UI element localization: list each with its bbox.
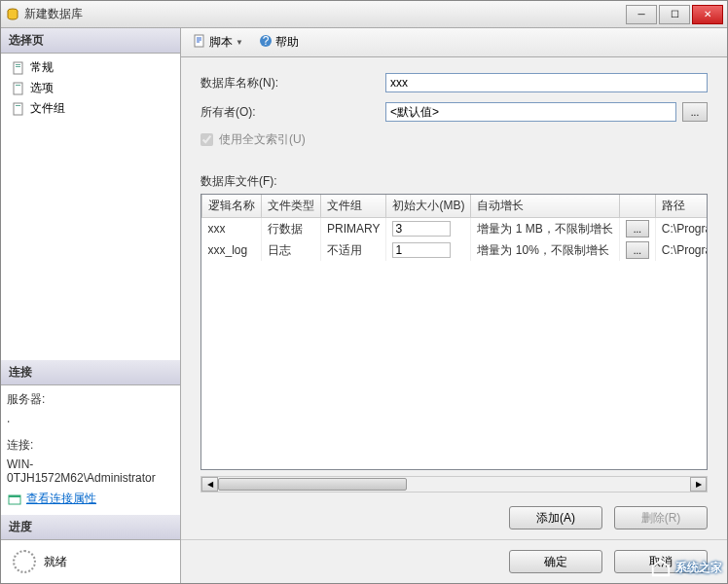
view-connection-properties[interactable]: 查看连接属性 xyxy=(7,487,174,511)
script-button[interactable]: 脚本 ▼ xyxy=(187,32,249,53)
maximize-button[interactable]: ☐ xyxy=(659,5,690,24)
connection-value: WIN-0TJH1572M62\Administrator xyxy=(7,456,174,487)
growth-ellipsis-button[interactable]: ... xyxy=(626,241,649,259)
svg-rect-4 xyxy=(14,83,22,94)
cell-growth-btn[interactable]: ... xyxy=(619,218,655,240)
col-path[interactable]: 路径 xyxy=(655,195,708,218)
scroll-track[interactable] xyxy=(218,477,690,492)
sidebar-item-options[interactable]: 选项 xyxy=(7,78,174,98)
page-icon xyxy=(11,60,26,76)
close-button[interactable]: ✕ xyxy=(692,5,723,24)
svg-rect-5 xyxy=(16,85,20,86)
connection-body: 服务器: . 连接: WIN-0TJH1572M62\Administrator… xyxy=(1,385,180,515)
window-buttons: ─ ☐ ✕ xyxy=(626,5,723,24)
progress-header: 进度 xyxy=(1,515,180,540)
sidebar: 选择页 常规 选项 文件组 连接 服务器: . xyxy=(1,28,181,583)
fulltext-checkbox xyxy=(200,133,213,146)
cell-type[interactable]: 日志 xyxy=(262,239,321,261)
svg-text:?: ? xyxy=(263,34,270,48)
select-page-body: 常规 选项 文件组 xyxy=(1,54,180,123)
col-growth-btn[interactable] xyxy=(619,195,655,218)
dialog-window: 新建数据库 ─ ☐ ✕ 选择页 常规 选项 文件组 xyxy=(0,0,728,584)
db-name-input[interactable] xyxy=(385,73,708,92)
db-name-label: 数据库名称(N): xyxy=(200,75,385,91)
cell-type[interactable]: 行数据 xyxy=(262,218,321,240)
horizontal-scrollbar[interactable]: ◀ ▶ xyxy=(200,476,708,493)
connection-label: 连接: xyxy=(7,435,174,456)
sidebar-item-label: 文件组 xyxy=(30,100,65,117)
col-filegroup[interactable]: 文件组 xyxy=(321,195,386,218)
titlebar[interactable]: 新建数据库 ─ ☐ ✕ xyxy=(1,1,727,28)
connection-header: 连接 xyxy=(1,360,180,385)
properties-icon xyxy=(7,492,22,507)
help-icon: ? xyxy=(259,34,273,51)
cell-size[interactable] xyxy=(386,239,471,261)
grid-header-row: 逻辑名称 文件类型 文件组 初始大小(MB) 自动增长 路径 xyxy=(202,195,709,218)
owner-browse-button[interactable]: ... xyxy=(682,102,708,122)
form-area: 数据库名称(N): 所有者(O): ... 使用全文索引(U) xyxy=(181,57,727,165)
db-files-label: 数据库文件(F): xyxy=(181,165,727,194)
add-button[interactable]: 添加(A) xyxy=(509,506,602,529)
toolbar: 脚本 ▼ ? 帮助 xyxy=(181,28,727,57)
view-connection-link[interactable]: 查看连接属性 xyxy=(26,491,96,507)
file-buttons: 添加(A) 删除(R) xyxy=(181,500,727,535)
progress-status: 就绪 xyxy=(44,554,67,570)
cell-group[interactable]: PRIMARY xyxy=(321,218,386,240)
page-icon xyxy=(11,81,26,96)
files-grid[interactable]: 逻辑名称 文件类型 文件组 初始大小(MB) 自动增长 路径 xxx行数据PRI… xyxy=(200,194,708,470)
chevron-down-icon: ▼ xyxy=(236,38,243,47)
script-icon xyxy=(193,34,206,51)
select-page-header: 选择页 xyxy=(1,28,180,54)
cell-name[interactable]: xxx xyxy=(202,218,262,240)
growth-ellipsis-button[interactable]: ... xyxy=(626,220,649,237)
cell-growth[interactable]: 增量为 1 MB，不限制增长 xyxy=(471,218,619,240)
scroll-thumb[interactable] xyxy=(218,478,407,491)
cell-path[interactable]: C:\Program Files\Mic xyxy=(655,218,708,240)
progress-spinner-icon xyxy=(13,550,36,573)
svg-rect-1 xyxy=(14,62,22,74)
col-file-type[interactable]: 文件类型 xyxy=(262,195,321,218)
scroll-right-button[interactable]: ▶ xyxy=(690,477,707,492)
dialog-body: 选择页 常规 选项 文件组 连接 服务器: . xyxy=(1,28,727,583)
cell-path[interactable]: C:\Program Files\Mic xyxy=(655,239,708,261)
cell-size[interactable] xyxy=(386,218,471,240)
scroll-left-button[interactable]: ◀ xyxy=(201,477,218,492)
sidebar-item-general[interactable]: 常规 xyxy=(7,57,174,78)
sidebar-spacer xyxy=(1,123,180,360)
main-panel: 脚本 ▼ ? 帮助 数据库名称(N): 所有者(O): ... xyxy=(181,28,727,583)
sidebar-item-label: 常规 xyxy=(30,59,54,76)
size-input[interactable] xyxy=(392,242,451,258)
sidebar-item-filegroups[interactable]: 文件组 xyxy=(7,98,174,119)
svg-rect-2 xyxy=(16,64,20,65)
col-initial-size[interactable]: 初始大小(MB) xyxy=(386,195,471,218)
remove-button: 删除(R) xyxy=(614,506,708,529)
minimize-button[interactable]: ─ xyxy=(626,5,657,24)
owner-label: 所有者(O): xyxy=(200,104,385,121)
svg-rect-9 xyxy=(9,495,20,497)
ok-button[interactable]: 确定 xyxy=(509,550,602,573)
progress-body: 就绪 xyxy=(1,540,180,583)
svg-rect-7 xyxy=(16,105,20,106)
svg-rect-6 xyxy=(14,103,22,115)
fulltext-label: 使用全文索引(U) xyxy=(219,131,306,148)
database-icon xyxy=(5,7,20,22)
server-value: . xyxy=(7,410,174,427)
cell-name[interactable]: xxx_log xyxy=(202,239,262,261)
window-title: 新建数据库 xyxy=(24,6,626,22)
sidebar-item-label: 选项 xyxy=(30,80,54,96)
server-label: 服务器: xyxy=(7,389,174,410)
owner-input[interactable] xyxy=(385,102,676,122)
cell-growth-btn[interactable]: ... xyxy=(619,239,655,261)
table-row[interactable]: xxx行数据PRIMARY增量为 1 MB，不限制增长...C:\Program… xyxy=(202,218,709,240)
help-button[interactable]: ? 帮助 xyxy=(253,32,305,53)
col-autogrowth[interactable]: 自动增长 xyxy=(471,195,619,218)
cancel-button[interactable]: 取消 xyxy=(614,550,708,573)
script-label: 脚本 xyxy=(209,34,233,51)
table-row[interactable]: xxx_log日志不适用增量为 10%，不限制增长...C:\Program F… xyxy=(202,239,709,261)
cell-group[interactable]: 不适用 xyxy=(321,239,386,261)
size-input[interactable] xyxy=(392,221,451,237)
col-logical-name[interactable]: 逻辑名称 xyxy=(202,195,262,218)
page-icon xyxy=(11,101,26,117)
dialog-buttons: 确定 取消 xyxy=(181,539,727,583)
cell-growth[interactable]: 增量为 10%，不限制增长 xyxy=(471,239,619,261)
